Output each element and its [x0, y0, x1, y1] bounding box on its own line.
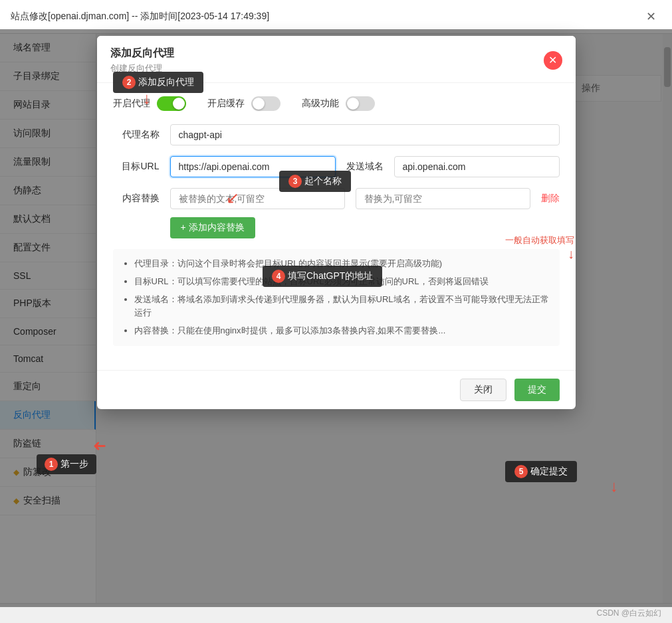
target-url-input[interactable]	[170, 156, 336, 177]
content-replace-label: 内容替换	[113, 193, 160, 205]
modal-title: 添加反向代理	[110, 46, 174, 60]
advanced-knob	[347, 98, 359, 110]
content-replace-to-input[interactable]	[356, 188, 530, 209]
content-replace-row: 内容替换 删除	[113, 188, 560, 209]
info-item-1: 目标URL：可以填写你需要代理的站点，目标URL必须为可正常访问的URL，否则将…	[134, 275, 549, 289]
cache-enable-toggle-item: 开启缓存	[207, 96, 280, 111]
proxy-enable-label: 开启代理	[113, 98, 150, 110]
modal-header: 添加反向代理 创建反向代理 ✕	[97, 36, 576, 83]
credit-text: CSDN @白云如幻	[596, 608, 661, 619]
modal-close-button[interactable]: ✕	[544, 51, 562, 70]
info-item-0: 代理目录：访问这个目录时将会把目标URL的内容返回并显示(需要开启高级功能)	[134, 257, 549, 271]
cache-enable-label: 开启缓存	[207, 98, 245, 110]
modal-subtitle: 创建反向代理	[110, 62, 174, 74]
proxy-enable-knob	[173, 98, 185, 110]
proxy-enable-toggle-item: 开启代理	[113, 96, 186, 111]
toggle-row: 开启代理 开启缓存 高级功能	[113, 96, 560, 111]
modal-close-footer-button[interactable]: 关闭	[460, 379, 506, 401]
delete-replace-button[interactable]: 删除	[541, 193, 560, 205]
proxy-name-row: 代理名称	[113, 124, 560, 145]
add-content-replace-button[interactable]: + 添加内容替换	[170, 217, 255, 238]
content-replace-from-input[interactable]	[170, 188, 345, 209]
modal-footer: 关闭 提交	[97, 370, 576, 409]
cache-enable-toggle[interactable]	[251, 96, 280, 111]
window-close-button[interactable]: ✕	[641, 7, 661, 27]
info-item-2: 发送域名：将域名添加到请求头传递到代理服务器，默认为目标URL域名，若设置不当可…	[134, 293, 549, 321]
info-list: 代理目录：访问这个目录时将会把目标URL的内容返回并显示(需要开启高级功能) 目…	[113, 249, 560, 346]
proxy-name-input[interactable]	[170, 124, 560, 145]
proxy-enable-toggle[interactable]	[157, 96, 186, 111]
advanced-toggle[interactable]	[346, 96, 375, 111]
target-url-label: 目标URL	[113, 161, 160, 173]
send-domain-label: 发送域名	[346, 161, 384, 173]
window-title: 站点修改[openai.djman.com] -- 添加时间[2023-05-1…	[11, 11, 269, 23]
modal-body: 开启代理 开启缓存 高级功能	[97, 83, 576, 370]
target-url-row: 目标URL 发送域名	[113, 156, 560, 177]
advanced-toggle-item: 高级功能	[302, 96, 375, 111]
advanced-label: 高级功能	[302, 98, 339, 110]
send-domain-input[interactable]	[394, 156, 560, 177]
modal-overlay: 添加反向代理 创建反向代理 ✕ 开启代理 开启缓存	[0, 29, 672, 607]
modal-submit-button[interactable]: 提交	[514, 379, 560, 401]
info-item-3: 内容替换：只能在使用nginx时提供，最多可以添加3条替换内容,如果不需要替换.…	[134, 324, 549, 338]
modal-dialog: 添加反向代理 创建反向代理 ✕ 开启代理 开启缓存	[97, 36, 576, 409]
cache-enable-knob	[253, 98, 265, 110]
proxy-name-label: 代理名称	[113, 129, 160, 141]
